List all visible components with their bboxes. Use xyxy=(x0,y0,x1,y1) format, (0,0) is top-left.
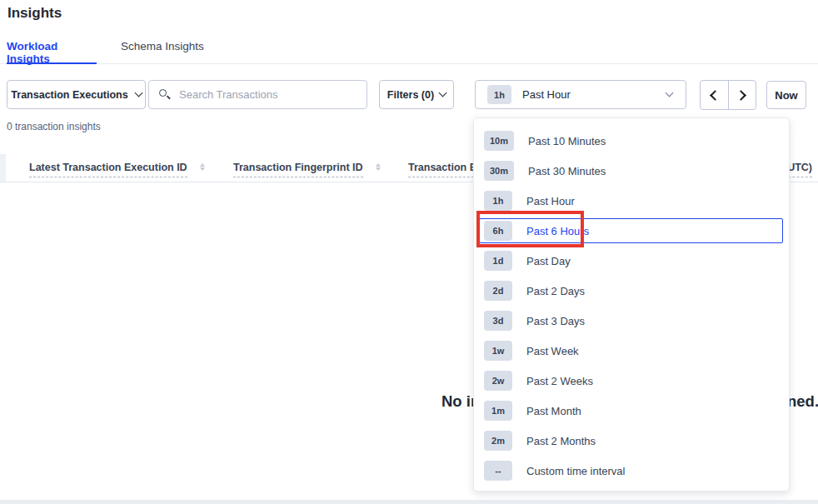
interval-badge: 6h xyxy=(484,221,512,241)
column-header-label[interactable]: Transaction Ex xyxy=(408,162,482,177)
search-transactions xyxy=(148,80,367,109)
insights-count: 0 transaction insights xyxy=(7,121,101,132)
column-header-3: Transaction Ex xyxy=(408,162,482,177)
time-interval-option-2w[interactable]: 2w Past 2 Weeks xyxy=(474,366,789,396)
interval-badge: 2w xyxy=(484,371,512,391)
interval-label: Past 10 Minutes xyxy=(528,135,606,147)
tab-workload-insights[interactable]: Workload Insights xyxy=(7,40,97,64)
interval-label: Past Month xyxy=(526,405,581,417)
bottom-divider xyxy=(0,500,818,504)
time-interval-label: Past Hour xyxy=(522,88,571,101)
interval-label: Past 2 Months xyxy=(526,435,596,447)
column-header-2: Transaction Fingerprint ID xyxy=(233,162,381,177)
time-interval-option-10m[interactable]: 10m Past 10 Minutes xyxy=(474,126,789,156)
insights-page: Insights Workload Insights Schema Insigh… xyxy=(0,0,818,504)
column-header-1: Latest Transaction Execution ID xyxy=(29,162,205,177)
prev-interval-button[interactable] xyxy=(701,81,729,109)
filters-button[interactable]: Filters (0) xyxy=(379,80,454,109)
search-icon xyxy=(159,89,167,97)
time-interval-option-6h[interactable]: 6h Past 6 Hours xyxy=(474,216,789,246)
interval-label: Past 2 Days xyxy=(526,285,585,297)
interval-badge: 10m xyxy=(484,131,514,151)
chevron-left-icon xyxy=(710,90,721,101)
empty-state-text-end: ned. xyxy=(787,392,818,411)
filters-label: Filters (0) xyxy=(387,89,434,101)
interval-badge: -- xyxy=(484,461,512,481)
interval-badge: 1h xyxy=(484,191,512,211)
interval-badge: 30m xyxy=(484,161,514,181)
now-label: Now xyxy=(775,89,797,102)
time-interval-option-1w[interactable]: 1w Past Week xyxy=(474,336,789,366)
now-button[interactable]: Now xyxy=(766,81,806,109)
tab-schema-insights[interactable]: Schema Insights xyxy=(121,40,204,64)
time-interval-dropdown: 10m Past 10 Minutes 30m Past 30 Minutes … xyxy=(473,117,790,492)
column-header-label[interactable]: Latest Transaction Execution ID xyxy=(29,162,187,177)
time-interval-option-2d[interactable]: 2d Past 2 Days xyxy=(474,276,789,306)
interval-badge: 3d xyxy=(484,311,512,331)
interval-label: Past 30 Minutes xyxy=(528,165,606,177)
sort-icon[interactable] xyxy=(376,163,381,171)
sort-icon[interactable] xyxy=(200,163,205,171)
time-interval-option-1m[interactable]: 1m Past Month xyxy=(474,396,789,426)
interval-label: Custom time interval xyxy=(526,465,625,477)
time-interval-option-30m[interactable]: 30m Past 30 Minutes xyxy=(474,156,789,186)
interval-label: Past 2 Weeks xyxy=(526,375,593,387)
interval-badge: 1d xyxy=(484,251,512,271)
search-input[interactable] xyxy=(148,80,367,109)
chevron-down-icon xyxy=(439,89,447,97)
column-header-label[interactable]: Transaction Fingerprint ID xyxy=(233,162,363,177)
time-interval-options: 10m Past 10 Minutes 30m Past 30 Minutes … xyxy=(474,126,789,486)
time-pager xyxy=(700,80,756,110)
tab-bar: Workload Insights Schema Insights xyxy=(0,37,818,64)
chevron-down-icon xyxy=(666,89,674,97)
time-interval-option-3d[interactable]: 3d Past 3 Days xyxy=(474,306,789,336)
interval-badge: 1w xyxy=(484,341,512,361)
interval-label: Past 3 Days xyxy=(526,315,585,327)
interval-label: Past Week xyxy=(526,345,579,357)
interval-badge: 1m xyxy=(484,401,512,421)
interval-badge: 2m xyxy=(484,431,512,451)
time-interval-select[interactable]: 1h Past Hour xyxy=(475,80,686,109)
selected-option-focus-ring xyxy=(479,218,783,243)
interval-label: Past Hour xyxy=(526,195,575,207)
time-interval-option-1h[interactable]: 1h Past Hour xyxy=(474,186,789,216)
next-interval-button[interactable] xyxy=(729,81,756,109)
time-interval-option-custom[interactable]: -- Custom time interval xyxy=(474,456,789,486)
transaction-type-select[interactable]: Transaction Executions xyxy=(7,80,146,109)
interval-label: Past Day xyxy=(526,255,571,267)
page-title: Insights xyxy=(7,5,62,22)
interval-label: Past 6 Hours xyxy=(526,225,589,237)
transaction-type-label: Transaction Executions xyxy=(11,89,127,101)
time-interval-option-1d[interactable]: 1d Past Day xyxy=(474,246,789,276)
chevron-right-icon xyxy=(736,90,746,101)
time-interval-option-2m[interactable]: 2m Past 2 Months xyxy=(474,426,789,456)
time-interval-badge: 1h xyxy=(487,85,511,104)
chevron-down-icon xyxy=(134,89,142,97)
interval-badge: 2d xyxy=(484,281,512,301)
